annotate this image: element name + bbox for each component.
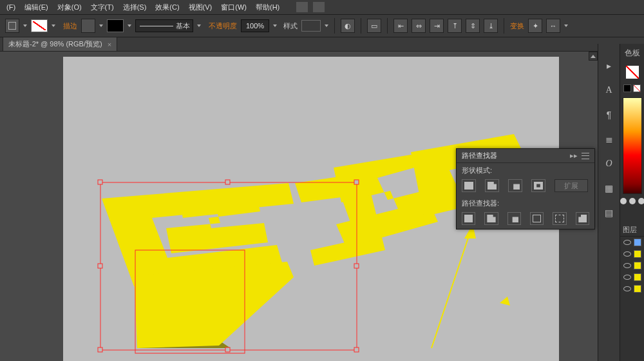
collapsed-dock-b: 色板 图层 — [620, 44, 644, 361]
divide-button[interactable] — [462, 212, 475, 225]
collapsed-dock-a: ▸ A ¶ ≣ O ▦ ▤ — [598, 44, 620, 361]
menu-bar: (F) 编辑(E) 对象(O) 文字(T) 选择(S) 效果(C) 视图(V) … — [0, 0, 644, 14]
panel-menu-icon[interactable] — [582, 153, 589, 159]
brush-combo[interactable]: 基本 — [135, 19, 193, 32]
stroke-weight[interactable] — [81, 19, 95, 33]
pathfinder-title: 路径查找器 — [462, 151, 497, 161]
menu-effect[interactable]: 效果(C) — [151, 1, 183, 14]
layer-row[interactable] — [621, 283, 644, 295]
align-right[interactable]: ⇥ — [430, 19, 444, 33]
svg-rect-10 — [354, 264, 359, 268]
align-hcenter[interactable]: ⇔ — [412, 19, 426, 33]
opacity-label: 不透明度 — [209, 21, 237, 31]
align-1[interactable]: ▭ — [367, 19, 381, 33]
svg-rect-11 — [98, 347, 102, 352]
svg-rect-13 — [354, 347, 359, 352]
minus-front-button[interactable] — [485, 179, 499, 192]
opacity-input[interactable]: 100% — [241, 19, 269, 32]
pathfinder-header[interactable]: 路径查找器 ▸▸ — [457, 149, 594, 163]
layer-row[interactable] — [621, 271, 644, 283]
layer-row[interactable] — [621, 237, 644, 248]
eye-icon[interactable] — [623, 286, 631, 291]
scale-icon[interactable]: ↔ — [546, 19, 560, 33]
doc-tab[interactable]: 未标题-2* @ 98% (RGB/预览) × — [3, 37, 117, 51]
color-panel-tab[interactable]: 色板 — [623, 46, 641, 63]
swatch-nostroke[interactable] — [633, 84, 641, 92]
pathfinders-row — [457, 210, 594, 229]
pathfinder-panel[interactable]: 路径查找器 ▸▸ 形状模式: 扩展 路径查找器: — [456, 148, 595, 229]
svg-line-1 — [431, 224, 473, 348]
eye-icon[interactable] — [623, 275, 631, 280]
intersect-button[interactable] — [508, 179, 522, 192]
crop-button[interactable] — [530, 212, 544, 225]
fill-menu-icon[interactable] — [23, 24, 27, 27]
right-panels: ▸ A ¶ ≣ O ▦ ▤ 色板 图层 — [598, 44, 644, 361]
layers-panel-tab[interactable]: 图层 — [620, 224, 644, 237]
para-panel-icon[interactable]: ¶ — [602, 108, 616, 121]
eye-icon[interactable] — [623, 240, 631, 245]
char-panel-icon[interactable]: A — [602, 84, 616, 97]
menu-view[interactable]: 视图(V) — [185, 1, 216, 14]
align-vcenter[interactable]: ⇕ — [466, 19, 480, 33]
close-icon[interactable]: × — [108, 41, 111, 48]
menu-window[interactable]: 窗口(W) — [217, 1, 251, 14]
stroke-swatch[interactable] — [31, 19, 48, 32]
svg-rect-12 — [225, 347, 230, 352]
color-spectrum[interactable] — [623, 97, 642, 194]
stroke-label: 描边 — [63, 21, 77, 31]
brush-presets[interactable] — [620, 198, 645, 204]
pathfinders-label: 路径查找器: — [457, 196, 594, 210]
var-width-profile[interactable] — [107, 19, 124, 32]
menu-help[interactable]: 帮助(H) — [252, 1, 283, 14]
style-label: 样式 — [283, 21, 298, 31]
svg-rect-8 — [354, 180, 359, 184]
recolor-icon[interactable]: ◐ — [341, 19, 355, 33]
doc-tab-row: 未标题-2* @ 98% (RGB/预览) × — [0, 37, 644, 52]
doc-tab-label: 未标题-2* @ 98% (RGB/预览) — [8, 39, 102, 49]
opentype-icon[interactable]: O — [602, 157, 616, 170]
layout-icon[interactable] — [313, 2, 325, 12]
control-bar: 描边 基本 不透明度 100% 样式 ◐ ▭ ⇤ ⇔ ⇥ ⤒ ⇕ ⤓ 变换 ✦ … — [0, 14, 644, 37]
swatch-none[interactable] — [625, 65, 639, 79]
collapse-icon[interactable]: ▸▸ — [570, 151, 578, 160]
menu-file[interactable]: (F) — [3, 1, 19, 13]
exclude-button[interactable] — [531, 179, 545, 192]
transform-panel-icon[interactable]: ✦ — [528, 19, 542, 33]
swatch-black[interactable] — [623, 84, 631, 92]
doc-icon[interactable] — [296, 2, 308, 12]
unite-button[interactable] — [462, 179, 476, 192]
fill-swatch[interactable] — [5, 19, 19, 33]
svg-rect-9 — [98, 264, 102, 268]
stroke-menu-icon[interactable] — [52, 24, 55, 27]
menu-type[interactable]: 文字(T) — [87, 1, 118, 14]
minus-back-button[interactable] — [576, 212, 589, 225]
trim-button[interactable] — [484, 212, 498, 225]
svg-rect-7 — [225, 180, 230, 184]
scroll-up-icon[interactable] — [589, 52, 598, 61]
shape-mode-label: 形状模式: — [457, 163, 594, 177]
panel-icon-1[interactable]: ▦ — [602, 182, 616, 195]
align-left[interactable]: ⇤ — [393, 19, 408, 33]
menu-edit[interactable]: 编辑(E) — [21, 1, 52, 14]
glyphs-icon[interactable]: ≣ — [602, 133, 616, 146]
expand-button[interactable]: 扩展 — [554, 179, 588, 192]
play-icon[interactable]: ▸ — [602, 59, 616, 72]
menu-object[interactable]: 对象(O) — [53, 1, 86, 14]
align-top[interactable]: ⤒ — [448, 19, 462, 33]
svg-rect-6 — [98, 180, 102, 184]
eye-icon[interactable] — [623, 251, 631, 257]
align-bottom[interactable]: ⤓ — [484, 19, 498, 33]
graphic-style[interactable] — [301, 20, 321, 32]
layer-row[interactable] — [621, 260, 644, 271]
outline-button[interactable] — [553, 212, 566, 225]
eye-icon[interactable] — [623, 263, 631, 268]
layer-row[interactable] — [621, 248, 644, 260]
shape-mode-row: 扩展 — [457, 177, 594, 196]
svg-marker-3 — [500, 297, 510, 306]
transform-label: 变换 — [510, 21, 524, 31]
merge-button[interactable] — [507, 212, 521, 225]
panel-icon-2[interactable]: ▤ — [602, 206, 616, 219]
menu-select[interactable]: 选择(S) — [119, 1, 151, 14]
